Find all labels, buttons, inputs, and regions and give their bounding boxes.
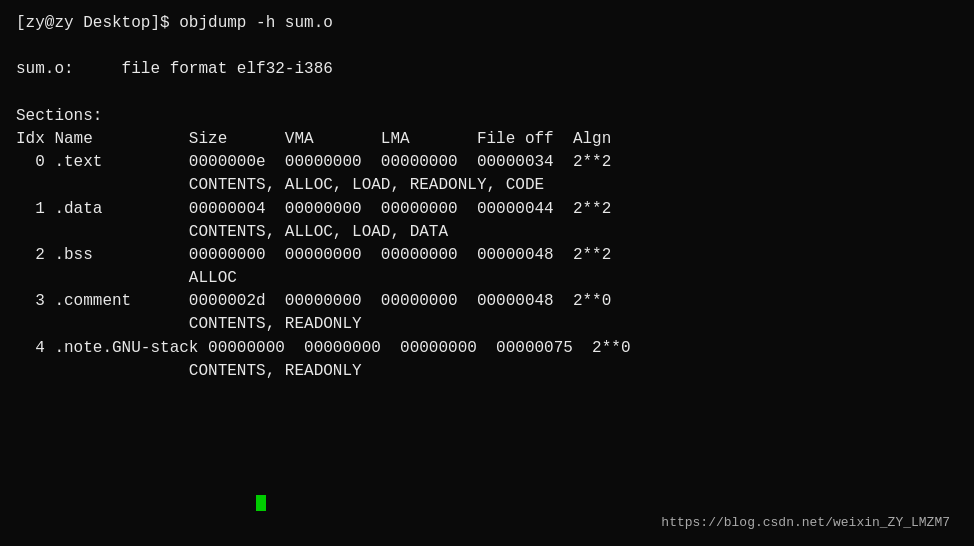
- row-3b: CONTENTS, READONLY: [16, 313, 958, 336]
- status-bar: https://blog.csdn.net/weixin_ZY_LMZM7: [661, 515, 950, 530]
- sections-header: Sections:: [16, 105, 958, 128]
- cursor-indicator: [256, 494, 266, 512]
- row-2a: 2 .bss 00000000 00000000 00000000 000000…: [16, 244, 958, 267]
- row-1a: 1 .data 00000004 00000000 00000000 00000…: [16, 198, 958, 221]
- row-2b: ALLOC: [16, 267, 958, 290]
- row-1b: CONTENTS, ALLOC, LOAD, DATA: [16, 221, 958, 244]
- terminal-window: [zy@zy Desktop]$ objdump -h sum.o sum.o:…: [16, 12, 958, 534]
- file-format-line: sum.o: file format elf32-i386: [16, 58, 958, 81]
- row-3a: 3 .comment 0000002d 00000000 00000000 00…: [16, 290, 958, 313]
- columns-header: Idx Name Size VMA LMA File off Algn: [16, 128, 958, 151]
- row-4b-cursor: CONTENTS, READONLY: [16, 360, 958, 383]
- empty-line-1: [16, 35, 958, 58]
- row-4b-text: CONTENTS, READONLY: [16, 360, 362, 383]
- empty-line-2: [16, 82, 958, 105]
- row-0a: 0 .text 0000000e 00000000 00000000 00000…: [16, 151, 958, 174]
- row-0b: CONTENTS, ALLOC, LOAD, READONLY, CODE: [16, 174, 958, 197]
- command-line: [zy@zy Desktop]$ objdump -h sum.o: [16, 12, 958, 35]
- row-4a: 4 .note.GNU-stack 00000000 00000000 0000…: [16, 337, 958, 360]
